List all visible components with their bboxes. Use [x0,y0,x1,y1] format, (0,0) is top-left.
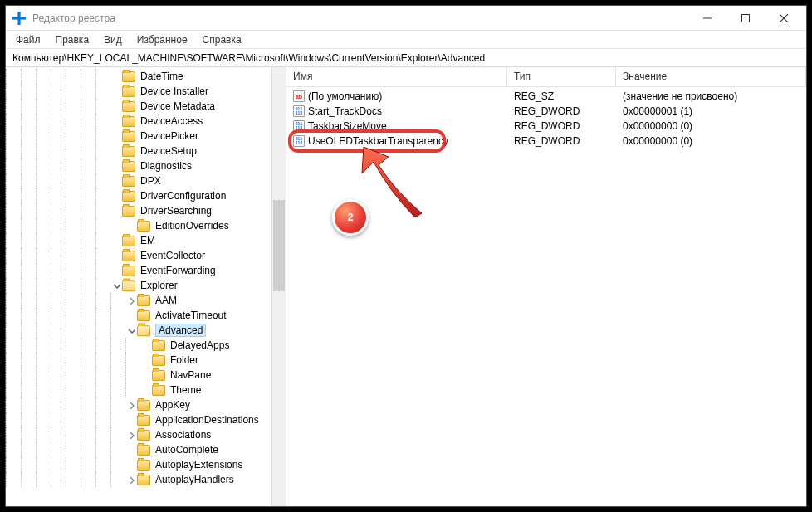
tree-item[interactable]: DeviceAccess [6,114,286,129]
tree-item-label: NavPane [170,369,211,381]
tree-item-label: ActivateTimeout [155,310,227,321]
tree-item-label: AAM [155,295,177,306]
address-text: Компьютер\HKEY_LOCAL_MACHINE\SOFTWARE\Mi… [12,52,485,64]
minimize-button[interactable] [688,6,726,31]
tree-item[interactable]: EventCollector [6,248,286,263]
value-type: REG_SZ [514,90,554,102]
tree-item-label: EventCollector [140,250,205,261]
tree-item-label: DevicePicker [140,130,198,142]
tree-item-label: Folder [170,354,198,366]
folder-icon [152,370,165,381]
value-row[interactable]: 011110TaskbarSizeMoveREG_DWORD0x00000000… [286,119,806,134]
step-number: 2 [348,212,354,223]
tree-item[interactable]: Device Metadata [6,99,286,114]
tree-item[interactable]: ActivateTimeout [6,308,286,323]
registry-tree[interactable]: DateTimeDevice InstallerDevice MetadataD… [6,67,286,506]
address-bar[interactable]: Компьютер\HKEY_LOCAL_MACHINE\SOFTWARE\Mi… [6,49,806,67]
tree-item[interactable]: EM [6,233,286,248]
tree-item[interactable]: AutoplayHandlers [6,472,286,487]
tree-item-label: Diagnostics [140,160,192,172]
value-list[interactable]: ab(По умолчанию)REG_SZ(значение не присв… [286,87,806,506]
expander-icon[interactable] [125,476,137,484]
tree-item[interactable]: NavPane [6,368,286,383]
titlebar[interactable]: Редактор реестра [6,6,806,31]
column-value[interactable]: Значение [616,67,806,86]
svg-rect-3 [21,19,26,24]
value-data: (значение не присвоено) [623,90,737,102]
app-icon [12,12,26,25]
tree-item[interactable]: AppKey [6,397,286,412]
column-name[interactable]: Имя [286,67,507,86]
expander-icon[interactable] [125,432,137,439]
tree-item[interactable]: DeviceSetup [6,144,286,158]
expander-icon[interactable] [125,297,137,305]
folder-icon [122,116,135,127]
tree-item[interactable]: DelayedApps [6,338,286,353]
tree-item-label: DriverConfiguration [140,190,226,202]
expander-icon[interactable] [110,282,122,290]
folder-icon [122,146,135,157]
expander-icon[interactable] [125,402,137,409]
folder-icon [137,325,151,336]
annotation-arrow [357,147,436,222]
menu-file[interactable]: Файл [9,32,47,47]
tree-item[interactable]: DateTime [6,69,286,84]
dword-icon: 011110 [293,135,305,147]
tree-item[interactable]: Folder [6,353,286,368]
menu-view[interactable]: Вид [97,32,129,47]
column-type[interactable]: Тип [507,67,616,86]
value-type: REG_DWORD [514,105,580,117]
close-button[interactable] [765,6,803,31]
tree-item[interactable]: DevicePicker [6,129,286,144]
content-area: DateTimeDevice InstallerDevice MetadataD… [6,67,806,506]
svg-rect-2 [12,19,17,24]
menu-help[interactable]: Справка [196,32,248,47]
menu-edit[interactable]: Правка [49,32,96,47]
tree-item-label: Explorer [140,280,178,291]
tree-item[interactable]: AAM [6,293,286,308]
tree-item-label: ApplicationDestinations [155,414,259,426]
svg-rect-5 [742,14,750,22]
menubar: Файл Правка Вид Избранное Справка [6,31,806,49]
tree-item[interactable]: Theme [6,383,286,397]
value-row[interactable]: ab(По умолчанию)REG_SZ(значение не присв… [286,89,806,104]
tree-item-label: EM [140,235,155,246]
tree-item[interactable]: AutoComplete [6,442,286,457]
scroll-thumb[interactable] [273,200,285,291]
menu-favorites[interactable]: Избранное [130,32,194,47]
string-icon: ab [293,90,305,102]
value-type: REG_DWORD [514,135,580,147]
folder-icon [137,460,150,471]
tree-item[interactable]: DPX [6,173,286,188]
value-row[interactable]: 011110UseOLEDTaskbarTransparencyREG_DWOR… [286,134,806,149]
tree-item[interactable]: Associations [6,427,286,442]
folder-icon [122,176,135,187]
list-header: Имя Тип Значение [286,67,806,87]
tree-item[interactable]: Advanced [6,323,286,338]
folder-icon [122,251,135,261]
svg-rect-0 [12,12,17,17]
tree-item[interactable]: EventForwarding [6,263,286,278]
folder-icon [137,430,150,441]
tree-item[interactable]: Diagnostics [6,158,286,173]
window-title: Редактор реестра [32,12,688,24]
tree-item[interactable]: Device Installer [6,84,286,99]
tree-item[interactable]: Explorer [6,278,286,293]
tree-scrollbar[interactable] [271,67,286,506]
expander-icon[interactable] [125,327,137,334]
tree-item[interactable]: DriverSearching [6,203,286,218]
tree-item[interactable]: AutoplayExtensions [6,457,286,472]
value-data: 0x00000001 (1) [623,105,692,117]
folder-icon [137,295,150,306]
annotation-step-badge: 2 [332,199,369,236]
tree-item[interactable]: DriverConfiguration [6,188,286,203]
folder-icon [122,161,135,172]
tree-item-label: Theme [170,384,201,396]
tree-item[interactable]: EditionOverrides [6,218,286,233]
list-pane: Имя Тип Значение ab(По умолчанию)REG_SZ(… [286,67,806,506]
folder-icon [122,206,135,217]
value-row[interactable]: 011110Start_TrackDocsREG_DWORD0x00000001… [286,104,806,119]
maximize-button[interactable] [726,6,765,31]
tree-item[interactable]: ApplicationDestinations [6,412,286,427]
dword-icon: 011110 [293,105,305,117]
